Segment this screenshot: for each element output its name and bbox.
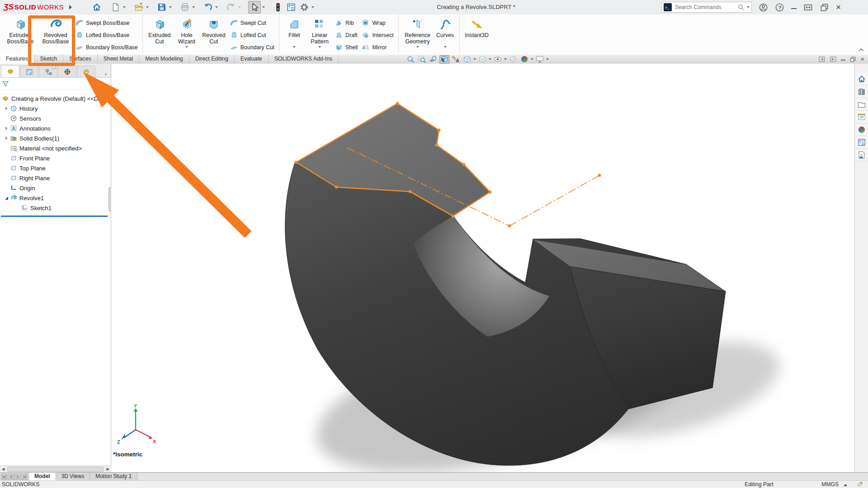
tree-item-solid-bodies[interactable]: Solid Bodies(1) — [0, 133, 111, 143]
expander-icon[interactable] — [4, 125, 10, 131]
panel-tabs-overflow-arrow[interactable]: › — [102, 70, 110, 77]
rib-button[interactable]: Rib — [333, 17, 359, 29]
tab-mesh-modeling[interactable]: Mesh Modeling — [139, 55, 189, 64]
home-button[interactable] — [91, 1, 103, 13]
model-tab[interactable]: Model — [28, 473, 56, 481]
instant3d-button[interactable]: Instant3D — [462, 16, 491, 49]
hide-show-annotations-icon[interactable] — [451, 55, 461, 64]
home-icon[interactable] — [855, 73, 868, 85]
new-document-button[interactable] — [110, 1, 122, 13]
tree-item-history[interactable]: History — [0, 103, 111, 113]
restore-button[interactable] — [820, 3, 829, 12]
search-commands-box[interactable]: >_ — [661, 2, 752, 13]
print-dropdown[interactable] — [192, 6, 195, 8]
collapse-ribbon-button[interactable] — [857, 47, 865, 53]
tree-item-sensors[interactable]: Sensors — [0, 113, 111, 123]
undo-button[interactable] — [202, 1, 214, 13]
account-icon[interactable] — [759, 3, 768, 12]
select-dropdown[interactable] — [262, 6, 265, 8]
tab-evaluate[interactable]: Evaluate — [235, 55, 269, 64]
linear-pattern-dropdown[interactable] — [318, 46, 321, 48]
file-explorer-icon[interactable] — [855, 98, 868, 111]
tree-item-top-plane[interactable]: Top Plane — [0, 163, 111, 173]
help-icon[interactable] — [775, 3, 784, 12]
expander-icon[interactable] — [4, 135, 10, 141]
previous-view-icon[interactable] — [428, 55, 438, 64]
save-button[interactable] — [156, 1, 168, 13]
edit-appearance-icon[interactable] — [508, 55, 518, 64]
view-orientation-icon[interactable] — [462, 55, 472, 64]
last-tab-button[interactable] — [21, 474, 28, 480]
curves-button[interactable]: Curves — [434, 16, 457, 49]
zoom-to-fit-icon[interactable] — [406, 55, 415, 64]
open-button[interactable] — [133, 1, 145, 13]
scroll-right-arrow[interactable]: ▶ — [105, 466, 111, 472]
search-dropdown[interactable] — [747, 6, 750, 8]
displaymanager-tab[interactable] — [77, 66, 95, 77]
first-tab-button[interactable] — [1, 474, 7, 480]
tab-solidworks-add-ins[interactable]: SOLIDWORKS Add-Ins — [269, 55, 339, 64]
scroll-thumb[interactable] — [7, 467, 104, 472]
boundary-boss-base-button[interactable]: Boundary Boss/Base — [73, 41, 140, 53]
panel-horizontal-scrollbar[interactable]: ◀ ▶ — [0, 465, 111, 472]
mirror-button[interactable]: Mirror — [359, 41, 395, 53]
wrap-button[interactable]: Wrap — [359, 17, 395, 29]
linear-pattern-button[interactable]: Linear Pattern — [307, 16, 333, 49]
hide-show-items-icon[interactable] — [493, 55, 503, 64]
scroll-left-arrow[interactable]: ◀ — [0, 466, 6, 472]
featuremanager-tab[interactable] — [1, 65, 19, 77]
collapse-pane-right-icon[interactable] — [830, 56, 837, 63]
fillet-dropdown[interactable] — [293, 46, 296, 48]
view-orientation-dropdown[interactable] — [473, 58, 476, 60]
apply-scene-icon[interactable] — [519, 55, 529, 64]
rebuild-traffic-light-icon[interactable] — [272, 1, 284, 13]
display-style-icon[interactable] — [477, 55, 487, 64]
hide-show-items-dropdown[interactable] — [504, 58, 507, 60]
tree-item-annotations[interactable]: Annotations — [0, 123, 111, 133]
draft-button[interactable]: Draft — [333, 29, 359, 41]
restore-document-icon[interactable] — [849, 56, 856, 63]
fillet-button[interactable]: Fillet — [282, 16, 307, 49]
zoom-to-area-icon[interactable] — [417, 55, 427, 64]
tree-item-root[interactable]: Creating a Revolve (Default) <<Default — [0, 94, 111, 103]
options-dropdown[interactable] — [311, 6, 314, 8]
appearances-icon[interactable] — [855, 123, 868, 136]
curves-dropdown[interactable] — [444, 46, 447, 48]
dimxpertmanager-tab[interactable] — [58, 66, 76, 77]
tab-sheet-metal[interactable]: Sheet Metal — [98, 55, 140, 64]
previous-tab-button[interactable] — [8, 474, 14, 480]
units-dropdown-arrow[interactable] — [844, 484, 847, 486]
apply-scene-dropdown[interactable] — [531, 58, 533, 60]
motion-study-tab[interactable]: Motion Study 1 — [90, 473, 137, 481]
tree-item-right-plane[interactable]: Right Plane — [0, 173, 111, 183]
file-properties-button[interactable] — [285, 1, 297, 13]
rollback-bar[interactable] — [1, 216, 108, 217]
expander-icon[interactable] — [4, 105, 10, 112]
next-tab-button[interactable] — [14, 474, 21, 480]
view-settings-dropdown[interactable] — [546, 58, 549, 60]
expander-icon[interactable] — [4, 195, 10, 201]
status-units[interactable]: MMGS — [821, 481, 839, 488]
swept-cut-button[interactable]: Swept Cut — [228, 17, 276, 29]
close-document-icon[interactable]: × — [860, 56, 864, 62]
search-icon[interactable] — [738, 4, 745, 11]
search-commands-input[interactable] — [674, 4, 736, 11]
tree-item-material[interactable]: Material <not specified> — [0, 143, 111, 153]
filter-funnel-icon[interactable] — [2, 80, 9, 87]
display-style-dropdown[interactable] — [489, 58, 491, 60]
tree-item-sketch1[interactable]: Sketch1 — [0, 203, 111, 213]
span-displays-button[interactable] — [803, 3, 813, 12]
lofted-boss-base-button[interactable]: Lofted Boss/Base — [73, 29, 140, 41]
reference-geometry-dropdown[interactable] — [416, 46, 419, 48]
redo-dropdown[interactable] — [238, 6, 241, 8]
tree-item-front-plane[interactable]: Front Plane — [0, 153, 111, 163]
save-dropdown[interactable] — [169, 6, 172, 8]
print-button[interactable] — [179, 1, 191, 13]
boundary-cut-button[interactable]: Boundary Cut — [228, 41, 276, 53]
undo-dropdown[interactable] — [215, 6, 218, 8]
swept-boss-base-button[interactable]: Swept Boss/Base — [73, 17, 140, 29]
custom-properties-icon[interactable] — [855, 136, 868, 149]
extruded-cut-button[interactable]: Extruded Cut — [146, 16, 174, 49]
menu-expand-arrow[interactable] — [69, 5, 72, 9]
reference-geometry-button[interactable]: Reference Geometry — [401, 16, 434, 49]
